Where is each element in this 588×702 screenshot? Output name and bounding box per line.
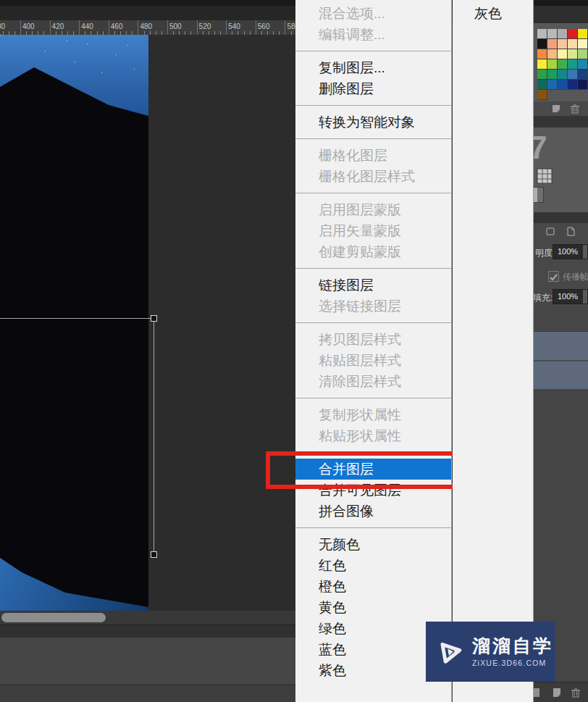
night-sky: [0, 35, 148, 129]
swatch[interactable]: [547, 39, 558, 49]
menu-item-25[interactable]: 合并图层: [295, 459, 451, 480]
fill-dropdown-arrow[interactable]: [583, 290, 587, 304]
ruler-major-tick: [79, 20, 80, 35]
swatch[interactable]: [537, 80, 547, 90]
swatch[interactable]: [558, 70, 568, 80]
opacity-value-text: 100%: [558, 247, 578, 256]
swatch[interactable]: [537, 59, 547, 70]
menu-item-26[interactable]: 合并可见图层: [295, 480, 451, 501]
scrollbar-thumb[interactable]: [1, 613, 106, 622]
ruler-minor-tick: [250, 31, 251, 35]
propagate-frames-checkbox[interactable]: [548, 271, 559, 282]
layers-panel-footer: [534, 682, 588, 702]
menu-item-gray-color[interactable]: 灰色: [453, 3, 533, 24]
layer-row[interactable]: [534, 307, 588, 332]
swatch-row: [537, 29, 588, 39]
menu-item-31[interactable]: 橙色: [295, 576, 451, 597]
swatch[interactable]: [547, 29, 558, 39]
menu-item-32[interactable]: 黄色: [295, 597, 451, 618]
ruler-minor-tick: [209, 31, 209, 35]
watermark-site: ZiXUE.3D66.COM: [472, 659, 553, 667]
ruler-minor-tick: [261, 31, 262, 35]
new-swatch-icon[interactable]: [551, 104, 561, 114]
menu-item-4[interactable]: 删除图层: [295, 78, 451, 99]
layers-panel-header: [534, 212, 588, 223]
menu-item-29[interactable]: 无颜色: [295, 534, 451, 555]
swatch[interactable]: [578, 39, 588, 49]
swatch[interactable]: [537, 39, 547, 49]
swatch[interactable]: [578, 80, 588, 90]
swatch[interactable]: [558, 80, 568, 90]
styles-panel-header: [534, 116, 588, 128]
ruler-minor-tick: [203, 31, 203, 35]
swatch[interactable]: [537, 29, 547, 39]
ruler-major-tick: [197, 20, 198, 35]
swatch[interactable]: [547, 49, 558, 59]
swatch[interactable]: [578, 70, 588, 80]
layer-row-selected[interactable]: [534, 332, 588, 360]
swatch[interactable]: [537, 49, 547, 59]
ruler-tick-label: 460: [111, 22, 123, 30]
menu-item-16: 选择链接图层: [295, 296, 451, 317]
lock-transparency-icon[interactable]: [545, 226, 555, 236]
fill-label: 填充:: [534, 292, 553, 304]
swatch[interactable]: [578, 59, 588, 70]
play-logo-icon: [433, 635, 466, 669]
layer-context-menu: 混合选项...编辑调整...复制图层...删除图层转换为智能对象栅格化图层栅格化…: [295, 0, 452, 702]
swatch-grid: [537, 29, 588, 100]
opacity-value[interactable]: 100%: [553, 244, 588, 259]
grid-thumbnail-icon[interactable]: [537, 168, 553, 184]
swatch[interactable]: [568, 39, 578, 49]
new-layer-icon[interactable]: [551, 687, 563, 698]
transform-handle-bottom[interactable]: [151, 551, 157, 558]
swatch[interactable]: [568, 80, 578, 90]
swatch[interactable]: [547, 80, 558, 90]
swatch[interactable]: [558, 59, 568, 70]
trash-icon[interactable]: [570, 104, 580, 114]
ruler-minor-tick: [179, 31, 180, 35]
swatch[interactable]: [547, 70, 558, 80]
fill-value[interactable]: 100%: [553, 289, 588, 304]
swatch[interactable]: [568, 29, 578, 39]
lock-image-icon[interactable]: [566, 226, 576, 236]
gradient-thumbnail[interactable]: [534, 187, 544, 203]
photoshop-window: { "ruler": { "ticks": ["380","400","420"…: [0, 0, 588, 702]
panel-top-strip: [534, 0, 588, 6]
menu-item-3[interactable]: 复制图层...: [295, 57, 451, 78]
opacity-dropdown-arrow[interactable]: [583, 245, 587, 259]
fill-value-text: 100%: [558, 292, 578, 301]
swatch[interactable]: [537, 90, 547, 100]
ruler-minor-tick: [267, 31, 268, 35]
swatch[interactable]: [578, 49, 588, 59]
menu-item-8: 栅格化图层: [295, 145, 451, 166]
swatch[interactable]: [568, 49, 578, 59]
swatch[interactable]: [537, 70, 547, 80]
trash-layers-icon[interactable]: [570, 687, 581, 698]
swatch-row: [537, 80, 588, 90]
menu-item-6[interactable]: 转换为智能对象: [295, 112, 451, 133]
menu-item-27[interactable]: 拼合图像: [295, 501, 451, 522]
menu-item-30[interactable]: 红色: [295, 555, 451, 576]
menu-separator: [295, 452, 451, 453]
swatch[interactable]: [568, 59, 578, 70]
menu-item-20: 清除图层样式: [295, 371, 451, 392]
menu-item-9: 栅格化图层样式: [295, 166, 451, 187]
swatch-row: [537, 70, 588, 80]
transform-handle-top[interactable]: [151, 315, 157, 322]
menu-item-15[interactable]: 链接图层: [295, 275, 451, 296]
watermark-brand: 溜溜自学: [472, 636, 553, 656]
ruler-minor-tick: [232, 31, 232, 35]
transform-guide-horizontal: [0, 318, 154, 319]
layer-row-selected[interactable]: [534, 361, 588, 389]
styles-thumbnail-seven: 7: [534, 132, 547, 164]
swatch[interactable]: [558, 39, 568, 49]
menu-item-1: 编辑调整...: [295, 24, 451, 45]
ruler-tick-label: 500: [169, 22, 182, 30]
swatch[interactable]: [547, 59, 558, 70]
menu-item-18: 拷贝图层样式: [295, 329, 451, 350]
swatch[interactable]: [568, 70, 578, 80]
swatch[interactable]: [558, 29, 568, 39]
swatch[interactable]: [578, 29, 588, 39]
menu-item-19: 粘贴图层样式: [295, 350, 451, 371]
swatch[interactable]: [558, 49, 568, 59]
